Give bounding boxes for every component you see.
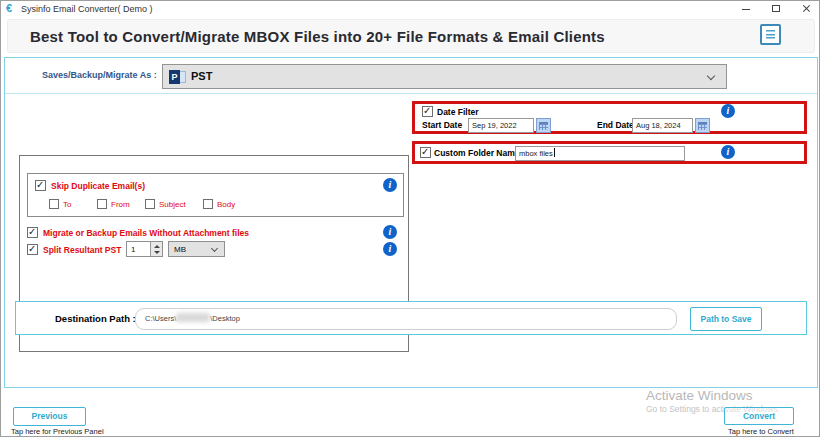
calendar-icon — [698, 122, 707, 130]
info-icon-split[interactable] — [383, 242, 397, 256]
end-date-label: End Date — [597, 120, 634, 130]
split-resultant-label: Split Resultant PST — [43, 245, 121, 255]
maximize-icon — [772, 5, 780, 12]
activate-windows-watermark: Activate Windows — [646, 388, 753, 403]
format-dropdown-value: PST — [191, 70, 212, 82]
info-icon-date-filter[interactable] — [721, 104, 735, 118]
app-logo-icon: € — [6, 2, 12, 14]
stepper-up-icon — [154, 245, 160, 248]
label-subject: Subject — [159, 200, 186, 209]
custom-folder-group: ✓ Custom Folder Name : mbox files — [412, 141, 807, 164]
migrate-without-attachment-checkbox[interactable]: ✓ — [27, 227, 38, 238]
redacted-username — [176, 313, 210, 322]
start-date-input[interactable]: Sep 19, 2022 — [468, 118, 534, 133]
destination-path-input[interactable]: C:\Users\\Desktop — [135, 308, 677, 330]
split-unit-dropdown[interactable]: MB — [168, 241, 225, 257]
label-from: From — [111, 200, 130, 209]
close-button[interactable] — [791, 1, 820, 17]
label-to: To — [63, 200, 71, 209]
split-size-stepper[interactable]: 1 — [126, 241, 163, 257]
date-filter-group: ✓ Date Filter Start Date Sep 19, 2022 En… — [412, 101, 807, 134]
text-caret — [554, 148, 555, 157]
minimize-button[interactable] — [731, 1, 761, 17]
path-to-save-button[interactable]: Path to Save — [690, 307, 762, 331]
destination-path-suffix: \Desktop — [210, 314, 240, 323]
checkbox-body[interactable]: ✓ — [203, 199, 213, 209]
skip-duplicate-label: Skip Duplicate Email(s) — [51, 181, 145, 191]
custom-folder-label: Custom Folder Name : — [434, 148, 525, 158]
custom-folder-value: mbox files — [519, 149, 553, 158]
convert-hint: Tap here to Convert — [728, 427, 794, 436]
custom-folder-input[interactable]: mbox files — [515, 146, 685, 161]
maximize-button[interactable] — [761, 1, 791, 17]
chevron-down-icon — [707, 72, 715, 80]
pst-icon-letter: P — [169, 70, 180, 84]
start-date-calendar-button[interactable] — [536, 118, 551, 133]
destination-bar: Destination Path : C:\Users\\Desktop Pat… — [15, 301, 807, 335]
menu-button[interactable] — [760, 24, 781, 45]
info-icon-custom-folder[interactable] — [721, 145, 735, 159]
hamburger-icon — [766, 30, 775, 39]
split-size-value: 1 — [131, 245, 135, 254]
format-row: Saves/Backup/Migrate As : P PST — [5, 58, 817, 94]
previous-hint: Tap here for Previous Panel — [11, 427, 104, 436]
convert-button[interactable]: Convert — [724, 407, 794, 425]
migrate-without-attachment-label: Migrate or Backup Emails Without Attachm… — [43, 228, 249, 238]
start-date-label: Start Date — [422, 120, 462, 130]
pst-file-icon: P — [169, 70, 187, 85]
split-unit-value: MB — [174, 245, 186, 254]
checkbox-to[interactable]: ✓ — [49, 199, 59, 209]
info-icon-migrate[interactable] — [383, 225, 397, 239]
skip-duplicate-checkbox[interactable]: ✓ — [35, 180, 46, 191]
destination-path-prefix: C:\Users\ — [145, 314, 176, 323]
calendar-icon — [539, 122, 548, 130]
content-frame: Saves/Backup/Migrate As : P PST ✓ Skip D… — [4, 57, 818, 388]
minimize-icon — [742, 9, 750, 10]
split-resultant-checkbox[interactable]: ✓ — [27, 244, 38, 255]
destination-label: Destination Path : — [55, 313, 136, 324]
date-filter-checkbox[interactable]: ✓ — [422, 106, 433, 117]
checkbox-subject[interactable]: ✓ — [145, 199, 155, 209]
header: Best Tool to Convert/Migrate MBOX Files … — [7, 19, 815, 53]
app-window: € Sysinfo Email Converter( Demo ) Best T… — [0, 0, 820, 437]
stepper-arrows[interactable] — [150, 242, 162, 256]
info-icon-skip-duplicate[interactable] — [383, 178, 397, 192]
custom-folder-checkbox[interactable]: ✓ — [420, 147, 431, 158]
checkbox-from[interactable]: ✓ — [97, 199, 107, 209]
chevron-down-icon — [211, 245, 218, 252]
stepper-down-icon — [154, 251, 160, 254]
date-filter-label: Date Filter — [437, 107, 479, 117]
end-date-input[interactable]: Aug 18, 2024 — [632, 118, 693, 133]
titlebar: € Sysinfo Email Converter( Demo ) — [1, 1, 819, 18]
page-title: Best Tool to Convert/Migrate MBOX Files … — [30, 28, 605, 45]
previous-button[interactable]: Previous — [13, 407, 86, 426]
format-label: Saves/Backup/Migrate As : — [42, 70, 157, 80]
label-body: Body — [217, 200, 235, 209]
end-date-calendar-button[interactable] — [695, 118, 710, 133]
format-dropdown[interactable]: P PST — [162, 64, 727, 89]
skip-duplicate-group: ✓ Skip Duplicate Email(s) ✓ To ✓ From ✓ … — [27, 173, 404, 217]
window-title: Sysinfo Email Converter( Demo ) — [21, 4, 153, 14]
